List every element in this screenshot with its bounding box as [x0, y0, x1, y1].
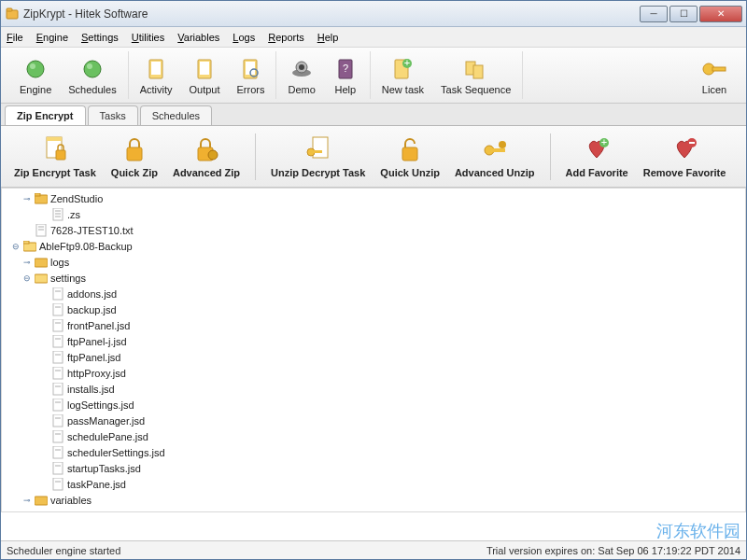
output-button[interactable]: Output: [183, 54, 225, 97]
folder-icon: [34, 494, 49, 507]
clipboard-icon: [191, 56, 218, 82]
menu-reports[interactable]: Reports: [268, 32, 304, 43]
tree-file[interactable]: 7628-JTEST10.txt: [6, 222, 741, 238]
menu-variables[interactable]: Variables: [177, 32, 219, 43]
tree-file[interactable]: frontPanel.jsd: [6, 317, 741, 333]
tab-schedules[interactable]: Schedules: [140, 105, 212, 125]
expand-icon[interactable]: ⊸: [22, 258, 32, 267]
remove-favorite-button[interactable]: Remove Favorite: [636, 132, 734, 182]
menu-file[interactable]: File: [7, 32, 23, 43]
tab-zip-encrypt[interactable]: Zip Encrypt: [5, 105, 86, 125]
minimize-button[interactable]: ─: [640, 6, 668, 22]
task-sequence-icon: [463, 56, 489, 82]
status-bar: Scheduler engine started Trial version e…: [1, 540, 746, 559]
file-icon: [50, 462, 65, 475]
svg-rect-75: [53, 446, 63, 458]
close-button[interactable]: ✕: [699, 6, 742, 22]
tree-file[interactable]: logSettings.jsd: [6, 397, 741, 413]
tree-folder[interactable]: ⊖settings: [6, 270, 741, 286]
green-ball-icon: [79, 56, 106, 82]
zip-encrypt-task-button[interactable]: Zip Encrypt Task: [7, 132, 104, 182]
tree-file[interactable]: ftpPanel-j.jsd: [6, 333, 741, 349]
folder-open-icon: [34, 272, 49, 285]
tab-bar: Zip Encrypt Tasks Schedules: [1, 104, 746, 126]
license-button[interactable]: Licen: [696, 54, 733, 97]
clipboard-search-icon: [237, 56, 263, 82]
svg-rect-7: [151, 62, 161, 75]
file-icon: [50, 287, 65, 301]
quick-zip-button[interactable]: Quick Zip: [104, 132, 165, 182]
svg-rect-24: [712, 67, 726, 71]
menu-engine[interactable]: Engine: [36, 32, 68, 43]
tree-file[interactable]: ftpPanel.jsd: [6, 349, 741, 365]
svg-rect-65: [53, 367, 63, 379]
svg-rect-57: [53, 303, 63, 315]
menu-help[interactable]: Help: [317, 32, 339, 43]
demo-button[interactable]: Demo: [282, 54, 320, 97]
svg-text:+: +: [404, 58, 410, 68]
schedules-button[interactable]: Schedules: [63, 54, 121, 97]
svg-rect-59: [53, 319, 63, 331]
file-icon: [50, 478, 65, 491]
svg-rect-36: [492, 148, 505, 152]
tree-file[interactable]: .zs: [6, 206, 741, 222]
tree-file[interactable]: passManager.jsd: [6, 413, 741, 428]
folder-icon: [34, 256, 49, 269]
tab-tasks[interactable]: Tasks: [88, 105, 138, 125]
svg-rect-9: [200, 62, 209, 75]
book-icon: ?: [332, 56, 359, 82]
tree-folder[interactable]: ⊖AbleFtp9.08-Backup: [6, 238, 741, 254]
file-icon: [50, 383, 65, 396]
unzip-decrypt-task-button[interactable]: Unzip Decrypt Task: [263, 132, 373, 182]
expand-icon[interactable]: ⊸: [11, 511, 21, 513]
tree-file[interactable]: backup.jsd: [6, 301, 741, 317]
tree-file[interactable]: httpProxy.jsd: [6, 365, 741, 381]
tree-folder[interactable]: ⊸ZendStudio: [6, 190, 741, 206]
tree-file[interactable]: addons.jsd: [6, 286, 741, 301]
expander-icon[interactable]: ⊸: [22, 194, 32, 203]
engine-button[interactable]: Engine: [14, 54, 57, 97]
window-buttons: ─ ☐ ✕: [638, 6, 742, 22]
collapse-icon[interactable]: ⊖: [22, 273, 32, 283]
file-icon: [50, 303, 65, 316]
activity-button[interactable]: Activity: [134, 54, 178, 97]
menu-logs[interactable]: Logs: [233, 32, 255, 43]
advanced-zip-button[interactable]: Advanced Zip: [165, 132, 247, 182]
expand-icon[interactable]: ⊸: [22, 496, 32, 505]
svg-rect-28: [127, 147, 142, 161]
heart-remove-icon: [670, 135, 698, 163]
collapse-icon[interactable]: ⊖: [11, 242, 21, 251]
file-tree[interactable]: ⊸ZendStudio .zs 7628-JTEST10.txt ⊖AbleFt…: [1, 188, 746, 512]
advanced-unzip-button[interactable]: Advanced Unzip: [447, 132, 543, 182]
heart-add-icon: +: [583, 135, 611, 163]
add-favorite-button[interactable]: + Add Favorite: [558, 132, 636, 182]
tree-file[interactable]: schedulerSettings.jsd: [6, 444, 741, 460]
quick-unzip-button[interactable]: Quick Unzip: [373, 132, 447, 182]
maximize-button[interactable]: ☐: [669, 6, 698, 22]
svg-rect-79: [53, 478, 63, 490]
errors-button[interactable]: Errors: [232, 54, 271, 97]
clipboard-icon: [143, 56, 169, 82]
tree-file[interactable]: taskPane.jsd: [6, 476, 741, 492]
menu-utilities[interactable]: Utilities: [132, 32, 164, 43]
key-document-icon: [304, 135, 332, 163]
svg-point-5: [87, 63, 92, 69]
tree-file[interactable]: installs.jsd: [6, 381, 741, 397]
menu-settings[interactable]: Settings: [81, 32, 119, 43]
tree-folder[interactable]: ⊸variables: [6, 492, 741, 508]
tree-folder[interactable]: ⊸logs: [6, 254, 741, 270]
green-ball-icon: [22, 56, 49, 82]
svg-rect-26: [47, 137, 62, 141]
new-task-button[interactable]: + New task: [376, 54, 430, 97]
svg-rect-1: [7, 8, 12, 11]
tree-file[interactable]: startupTasks.jsd: [6, 460, 741, 476]
svg-point-2: [27, 61, 44, 77]
file-icon: [50, 335, 65, 348]
file-icon: [50, 367, 65, 380]
help-button[interactable]: ? Help: [327, 54, 364, 97]
folder-open-icon: [22, 240, 37, 253]
tree-file[interactable]: schedulePane.jsd: [6, 428, 741, 444]
task-sequence-button[interactable]: Task Sequence: [435, 54, 516, 97]
tree-folder[interactable]: ⊸amaya: [6, 508, 741, 512]
svg-point-3: [30, 63, 35, 69]
